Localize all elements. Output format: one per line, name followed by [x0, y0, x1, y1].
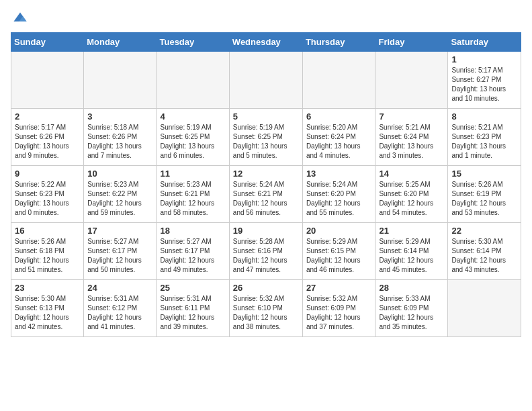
calendar-cell: 21Sunrise: 5:29 AM Sunset: 6:14 PM Dayli…	[375, 223, 448, 280]
calendar-cell: 22Sunrise: 5:30 AM Sunset: 6:14 PM Dayli…	[448, 223, 521, 280]
day-number: 16	[15, 226, 80, 236]
calendar-cell: 27Sunrise: 5:32 AM Sunset: 6:09 PM Dayli…	[302, 280, 375, 337]
day-number: 13	[306, 169, 372, 179]
calendar-cell: 2Sunrise: 5:17 AM Sunset: 6:26 PM Daylig…	[11, 109, 84, 166]
calendar-week-4: 23Sunrise: 5:30 AM Sunset: 6:13 PM Dayli…	[11, 280, 521, 337]
calendar-cell: 16Sunrise: 5:26 AM Sunset: 6:18 PM Dayli…	[11, 223, 84, 280]
day-info: Sunrise: 5:22 AM Sunset: 6:23 PM Dayligh…	[15, 180, 80, 218]
calendar-cell: 23Sunrise: 5:30 AM Sunset: 6:13 PM Dayli…	[11, 280, 84, 337]
day-number: 22	[451, 226, 517, 236]
logo	[11, 11, 28, 27]
calendar-cell	[448, 280, 521, 337]
calendar-cell: 6Sunrise: 5:20 AM Sunset: 6:24 PM Daylig…	[302, 109, 375, 166]
day-number: 19	[233, 226, 299, 236]
day-info: Sunrise: 5:30 AM Sunset: 6:14 PM Dayligh…	[451, 237, 517, 275]
calendar-cell: 9Sunrise: 5:22 AM Sunset: 6:23 PM Daylig…	[11, 166, 84, 223]
calendar-cell: 20Sunrise: 5:29 AM Sunset: 6:15 PM Dayli…	[302, 223, 375, 280]
calendar-week-3: 16Sunrise: 5:26 AM Sunset: 6:18 PM Dayli…	[11, 223, 521, 280]
day-info: Sunrise: 5:19 AM Sunset: 6:25 PM Dayligh…	[160, 123, 225, 161]
day-info: Sunrise: 5:24 AM Sunset: 6:21 PM Dayligh…	[233, 180, 299, 218]
day-number: 27	[306, 283, 372, 293]
day-number: 11	[160, 169, 225, 179]
calendar-cell: 3Sunrise: 5:18 AM Sunset: 6:26 PM Daylig…	[84, 109, 157, 166]
day-header-saturday: Saturday	[448, 33, 521, 52]
calendar-cell: 10Sunrise: 5:23 AM Sunset: 6:22 PM Dayli…	[84, 166, 157, 223]
calendar-cell: 12Sunrise: 5:24 AM Sunset: 6:21 PM Dayli…	[229, 166, 302, 223]
day-number: 1	[451, 54, 517, 64]
day-info: Sunrise: 5:32 AM Sunset: 6:09 PM Dayligh…	[306, 294, 372, 332]
calendar-week-1: 2Sunrise: 5:17 AM Sunset: 6:26 PM Daylig…	[11, 109, 521, 166]
day-number: 25	[160, 283, 225, 293]
calendar-cell: 5Sunrise: 5:19 AM Sunset: 6:25 PM Daylig…	[229, 109, 302, 166]
calendar-cell: 19Sunrise: 5:28 AM Sunset: 6:16 PM Dayli…	[229, 223, 302, 280]
calendar-cell: 1Sunrise: 5:17 AM Sunset: 6:27 PM Daylig…	[448, 52, 521, 109]
day-info: Sunrise: 5:17 AM Sunset: 6:27 PM Dayligh…	[451, 66, 517, 103]
calendar-cell	[11, 52, 84, 109]
day-info: Sunrise: 5:24 AM Sunset: 6:20 PM Dayligh…	[306, 180, 372, 218]
calendar-cell	[229, 52, 302, 109]
day-info: Sunrise: 5:27 AM Sunset: 6:17 PM Dayligh…	[160, 237, 225, 275]
calendar-week-2: 9Sunrise: 5:22 AM Sunset: 6:23 PM Daylig…	[11, 166, 521, 223]
calendar-cell: 15Sunrise: 5:26 AM Sunset: 6:19 PM Dayli…	[448, 166, 521, 223]
day-header-friday: Friday	[375, 33, 448, 52]
day-number: 8	[451, 111, 517, 122]
day-info: Sunrise: 5:21 AM Sunset: 6:23 PM Dayligh…	[451, 123, 517, 161]
day-number: 23	[15, 283, 80, 293]
day-number: 26	[233, 283, 299, 293]
day-info: Sunrise: 5:25 AM Sunset: 6:20 PM Dayligh…	[379, 180, 444, 218]
page-header	[11, 11, 521, 27]
day-info: Sunrise: 5:32 AM Sunset: 6:10 PM Dayligh…	[233, 294, 299, 332]
day-header-thursday: Thursday	[302, 33, 375, 52]
day-info: Sunrise: 5:23 AM Sunset: 6:21 PM Dayligh…	[160, 180, 225, 218]
day-info: Sunrise: 5:26 AM Sunset: 6:19 PM Dayligh…	[451, 180, 517, 218]
day-number: 5	[233, 111, 299, 122]
day-info: Sunrise: 5:31 AM Sunset: 6:12 PM Dayligh…	[87, 294, 152, 332]
day-number: 10	[87, 169, 152, 179]
calendar-cell	[84, 52, 157, 109]
day-number: 2	[15, 111, 80, 122]
calendar-cell: 18Sunrise: 5:27 AM Sunset: 6:17 PM Dayli…	[157, 223, 229, 280]
calendar-cell: 11Sunrise: 5:23 AM Sunset: 6:21 PM Dayli…	[157, 166, 229, 223]
calendar-cell	[157, 52, 229, 109]
calendar-cell: 14Sunrise: 5:25 AM Sunset: 6:20 PM Dayli…	[375, 166, 448, 223]
day-info: Sunrise: 5:18 AM Sunset: 6:26 PM Dayligh…	[87, 123, 152, 161]
day-info: Sunrise: 5:29 AM Sunset: 6:14 PM Dayligh…	[379, 237, 444, 275]
calendar-cell: 4Sunrise: 5:19 AM Sunset: 6:25 PM Daylig…	[157, 109, 229, 166]
day-info: Sunrise: 5:31 AM Sunset: 6:11 PM Dayligh…	[160, 294, 225, 332]
day-info: Sunrise: 5:27 AM Sunset: 6:17 PM Dayligh…	[87, 237, 152, 275]
calendar-cell	[375, 52, 448, 109]
calendar-week-0: 1Sunrise: 5:17 AM Sunset: 6:27 PM Daylig…	[11, 52, 521, 109]
day-number: 14	[379, 169, 444, 179]
day-number: 12	[233, 169, 299, 179]
day-number: 4	[160, 111, 225, 122]
calendar-header-row: SundayMondayTuesdayWednesdayThursdayFrid…	[11, 33, 521, 52]
day-info: Sunrise: 5:33 AM Sunset: 6:09 PM Dayligh…	[379, 294, 444, 332]
day-info: Sunrise: 5:30 AM Sunset: 6:13 PM Dayligh…	[15, 294, 80, 332]
day-number: 28	[379, 283, 444, 293]
calendar-cell: 25Sunrise: 5:31 AM Sunset: 6:11 PM Dayli…	[157, 280, 229, 337]
calendar-table: SundayMondayTuesdayWednesdayThursdayFrid…	[11, 32, 521, 337]
day-number: 7	[379, 111, 444, 122]
day-header-sunday: Sunday	[11, 33, 84, 52]
calendar-cell	[302, 52, 375, 109]
day-number: 24	[87, 283, 152, 293]
day-number: 15	[451, 169, 517, 179]
calendar-cell: 7Sunrise: 5:21 AM Sunset: 6:24 PM Daylig…	[375, 109, 448, 166]
day-info: Sunrise: 5:29 AM Sunset: 6:15 PM Dayligh…	[306, 237, 372, 275]
calendar-cell: 24Sunrise: 5:31 AM Sunset: 6:12 PM Dayli…	[84, 280, 157, 337]
calendar-cell: 28Sunrise: 5:33 AM Sunset: 6:09 PM Dayli…	[375, 280, 448, 337]
day-number: 21	[379, 226, 444, 236]
day-info: Sunrise: 5:20 AM Sunset: 6:24 PM Dayligh…	[306, 123, 372, 161]
day-number: 9	[15, 169, 80, 179]
day-info: Sunrise: 5:17 AM Sunset: 6:26 PM Dayligh…	[15, 123, 80, 161]
day-number: 18	[160, 226, 225, 236]
day-number: 6	[306, 111, 372, 122]
day-number: 17	[87, 226, 152, 236]
logo-icon	[12, 11, 28, 27]
calendar-cell: 8Sunrise: 5:21 AM Sunset: 6:23 PM Daylig…	[448, 109, 521, 166]
day-header-tuesday: Tuesday	[157, 33, 229, 52]
day-info: Sunrise: 5:19 AM Sunset: 6:25 PM Dayligh…	[233, 123, 299, 161]
day-number: 3	[87, 111, 152, 122]
day-info: Sunrise: 5:21 AM Sunset: 6:24 PM Dayligh…	[379, 123, 444, 161]
day-info: Sunrise: 5:23 AM Sunset: 6:22 PM Dayligh…	[87, 180, 152, 218]
